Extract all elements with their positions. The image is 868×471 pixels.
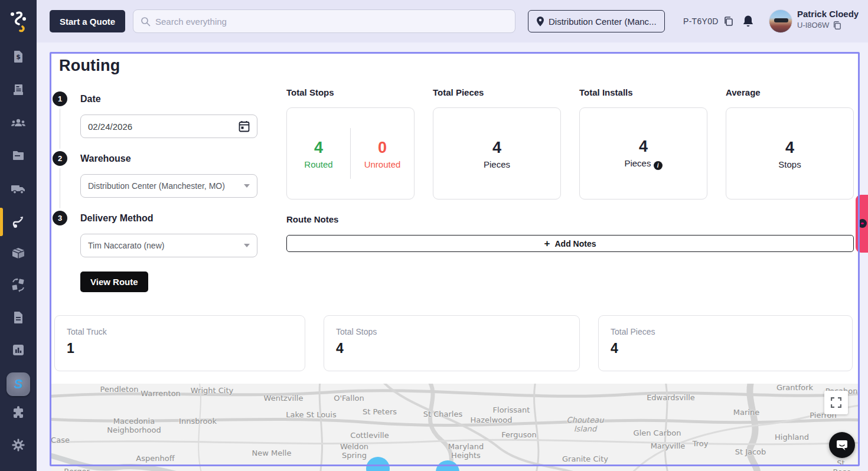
routed-value: 4	[287, 138, 350, 157]
sidebar-item-integrations[interactable]	[0, 400, 37, 426]
step-3-number: 3	[53, 211, 67, 225]
total-installs-unit: Pieces	[624, 158, 651, 168]
delivery-method-select[interactable]: Tim Naccarato (new)	[80, 234, 257, 257]
user-id: U-I8O6W	[797, 20, 829, 31]
total-installs-title: Total Installs	[579, 87, 633, 97]
app-logo-tile: S	[6, 372, 30, 396]
sidebar: $	[0, 0, 37, 471]
add-notes-label: Add Notes	[554, 239, 596, 248]
quote-document-icon: $	[11, 50, 25, 64]
page-title: Routing	[59, 57, 120, 75]
notifications-button[interactable]	[742, 14, 755, 31]
logo-icon	[8, 10, 28, 32]
unrouted-label: Unrouted	[351, 159, 414, 169]
average-card: 4 Stops	[726, 107, 854, 199]
bar-chart-icon	[11, 343, 25, 357]
step-connector	[60, 109, 60, 149]
total-pieces-unit: Pieces	[484, 159, 510, 169]
sidebar-item-transfers[interactable]	[0, 272, 37, 298]
map-fullscreen-button[interactable]	[824, 391, 848, 414]
sidebar-item-files[interactable]	[0, 143, 37, 169]
package-icon	[11, 246, 26, 260]
search-input[interactable]	[155, 17, 508, 27]
alert-dot-icon	[858, 219, 867, 228]
truck-icon	[11, 182, 26, 196]
copy-icon[interactable]	[723, 16, 733, 27]
step-connector	[60, 168, 60, 208]
total-pieces-card: 4 Pieces	[433, 107, 561, 199]
user-name: Patrick Cloedy	[797, 8, 868, 20]
total-truck-label: Total Truck	[67, 327, 293, 336]
step-1-label: Date	[80, 94, 101, 104]
total-pieces-summary-card: Total Pieces 4	[598, 315, 853, 371]
total-pieces-value: 4	[492, 138, 501, 157]
sidebar-item-settings[interactable]	[0, 432, 37, 458]
step-3-label: Delivery Method	[80, 213, 154, 224]
average-title: Average	[726, 87, 761, 97]
sidebar-item-reports[interactable]	[0, 337, 37, 363]
sidebar-item-orders[interactable]	[0, 77, 37, 103]
copy-icon[interactable]	[833, 21, 841, 30]
total-stops-summary-label: Total Stops	[336, 327, 567, 336]
routing-icon	[11, 214, 26, 230]
total-truck-value: 1	[67, 341, 293, 356]
route-map[interactable]: PendletonWarrentonWright CityWentzvilleL…	[51, 384, 858, 471]
sidebar-item-inventory[interactable]	[0, 240, 37, 266]
document-icon	[11, 310, 25, 325]
plus-icon: +	[544, 238, 550, 250]
chevron-down-icon	[244, 244, 250, 247]
total-pieces-summary-value: 4	[611, 341, 840, 356]
warehouse-selector-label: Distribution Center (Manc...	[549, 17, 657, 27]
route-notes-label: Route Notes	[286, 214, 338, 224]
add-notes-button[interactable]: + Add Notes	[286, 235, 854, 252]
project-id-label: P-T6Y0D	[683, 17, 719, 26]
user-menu[interactable]: Patrick Cloedy U-I8O6W	[797, 8, 868, 31]
total-stops-title: Total Stops	[286, 87, 334, 97]
alerts-side-tab[interactable]	[856, 195, 868, 253]
settings-gear-icon	[11, 438, 25, 452]
folder-icon	[11, 149, 25, 163]
avatar-photo	[774, 18, 788, 22]
chevron-down-icon	[244, 184, 250, 188]
date-input[interactable]	[88, 122, 239, 132]
map-roads	[51, 384, 858, 471]
unrouted-value: 0	[351, 138, 414, 157]
sidebar-item-app[interactable]: S	[0, 371, 37, 398]
view-route-button[interactable]: View Route	[80, 272, 148, 292]
routed-label: Routed	[287, 159, 350, 169]
customers-icon	[11, 116, 26, 130]
start-quote-button[interactable]: Start a Quote	[50, 10, 125, 32]
integrations-puzzle-icon	[11, 405, 25, 420]
location-pin-icon	[536, 16, 544, 27]
info-icon[interactable]: i	[654, 161, 663, 170]
global-search[interactable]	[133, 9, 515, 33]
sidebar-item-routing-active[interactable]	[0, 209, 37, 235]
total-stops-summary-value: 4	[336, 341, 567, 356]
date-field[interactable]	[80, 115, 257, 138]
active-item-indicator	[0, 208, 3, 236]
warehouse-select-value: Distribution Center (Manchester, MO)	[88, 181, 244, 191]
average-value: 4	[785, 138, 794, 157]
sidebar-item-quotes[interactable]: $	[0, 44, 37, 70]
chat-button[interactable]	[829, 432, 855, 458]
sidebar-item-documents[interactable]	[0, 305, 37, 331]
transfer-boxes-icon	[11, 277, 26, 293]
fullscreen-icon	[831, 397, 841, 408]
project-id-group: P-T6Y0D	[683, 0, 733, 42]
sidebar-item-customers[interactable]	[0, 110, 37, 136]
chat-bubble-icon	[836, 439, 849, 452]
warehouse-selector-pill[interactable]: Distribution Center (Manc...	[528, 10, 665, 32]
search-icon	[141, 17, 151, 27]
sidebar-item-deliveries[interactable]	[0, 176, 37, 202]
receipt-icon	[11, 83, 25, 97]
warehouse-select[interactable]: Distribution Center (Manchester, MO)	[80, 174, 257, 198]
calendar-icon[interactable]	[239, 120, 250, 132]
total-stops-summary-card: Total Stops 4	[324, 315, 580, 371]
step-2-number: 2	[53, 151, 67, 166]
topbar: Start a Quote Distribution Center (Manc.…	[37, 0, 868, 42]
total-pieces-title: Total Pieces	[433, 87, 484, 97]
app-logo	[0, 8, 37, 34]
avatar[interactable]	[769, 9, 792, 33]
delivery-method-select-value: Tim Naccarato (new)	[88, 241, 244, 250]
total-pieces-summary-label: Total Pieces	[611, 327, 840, 336]
